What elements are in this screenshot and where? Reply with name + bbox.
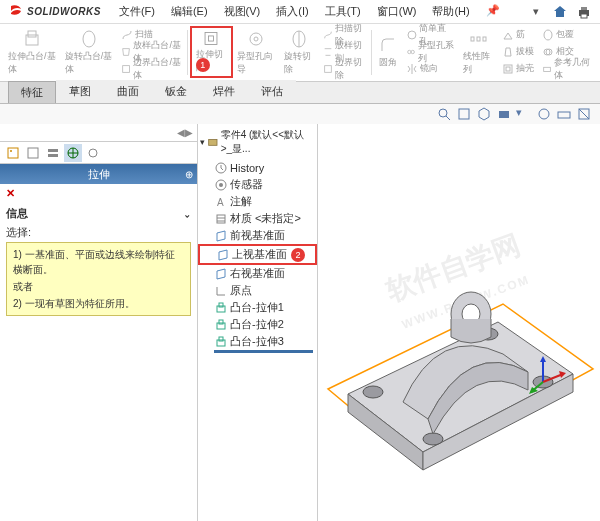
appearance-icon[interactable] [536,106,552,122]
wrap-button[interactable]: 包覆 [538,26,596,43]
panel-flyout-icon[interactable]: ◀▶ [177,127,193,138]
zoom-area-icon[interactable] [456,106,472,122]
tree-right-plane[interactable]: 右视基准面 [198,265,317,282]
menu-file[interactable]: 文件(F) [113,2,161,21]
menu-view[interactable]: 视图(V) [218,2,267,21]
heads-up-toolbar: ▾ [0,104,600,124]
chevron-up-icon[interactable]: ⌃ [183,209,191,219]
svg-rect-17 [471,37,474,41]
new-doc-icon[interactable]: ▾ [528,4,544,20]
draft-button[interactable]: 拔模 [498,43,538,60]
svg-point-26 [439,109,447,117]
property-tab-icon[interactable] [24,144,42,162]
graphics-viewport[interactable]: 软件自学网 WWW.RJZXW.COM [318,124,600,521]
boundary-cut-button[interactable]: 边界切除 [319,60,369,77]
boundary-button[interactable]: 边界凸台/基体 [117,60,185,77]
select-label: 选择: [6,225,191,240]
display-tab-icon[interactable] [84,144,102,162]
zoom-fit-icon[interactable] [436,106,452,122]
svg-rect-43 [209,139,217,145]
tree-sensors[interactable]: 传感器 [198,176,317,193]
svg-rect-1 [581,7,587,10]
menu-pin-icon[interactable]: 📌 [480,2,506,21]
config-tab-icon[interactable] [44,144,62,162]
linear-pattern-button[interactable]: 线性阵列 [459,26,498,78]
svg-point-22 [544,30,552,40]
svg-rect-36 [28,148,38,158]
revolve-boss-label: 旋转凸台/基体 [65,50,114,76]
svg-rect-4 [28,31,36,37]
svg-rect-8 [209,36,214,41]
revolve-boss-button[interactable]: 旋转凸台/基体 [61,26,118,78]
menu-tools[interactable]: 工具(T) [319,2,367,21]
svg-rect-18 [477,37,480,41]
svg-point-46 [219,183,223,187]
ribbon-toolbar: 拉伸凸台/基体 旋转凸台/基体 扫描 放样凸台/基体 边界凸台/基体 拉伸切除 … [0,24,600,82]
refgeo-button[interactable]: 参考几何体 [538,60,596,77]
panel-close-row: ✕ [0,184,197,202]
svg-marker-68 [559,371,566,378]
hole-series-button[interactable]: 异型孔系列 [402,43,460,60]
svg-point-42 [89,149,97,157]
display-style-icon[interactable] [496,106,512,122]
tree-root[interactable]: ▾ 零件4 (默认<<默认>_显... [198,124,317,160]
panel-tab-strip: ◀▶ [0,124,197,142]
tree-history[interactable]: History [198,160,317,176]
svg-rect-29 [499,111,509,118]
close-icon[interactable]: ✕ [6,187,15,200]
extrude-cut-button[interactable]: 拉伸切除 1 [190,26,233,78]
print-icon[interactable] [576,4,592,20]
svg-rect-37 [48,149,58,152]
revolve-cut-label: 旋转切除 [284,50,315,76]
dimxpert-tab-icon[interactable] [64,144,82,162]
tab-sketch[interactable]: 草图 [56,80,104,103]
section-icon[interactable] [576,106,592,122]
view-orientation-icon[interactable] [476,106,492,122]
tree-origin[interactable]: 原点 [198,282,317,299]
tab-features[interactable]: 特征 [8,81,56,103]
menu-edit[interactable]: 编辑(E) [165,2,214,21]
tab-sheetmetal[interactable]: 钣金 [152,80,200,103]
callout-1-icon: 1 [196,58,210,72]
tree-root-label: 零件4 (默认<<默认>_显... [221,128,315,156]
tree-material[interactable]: 材质 <未指定> [198,210,317,227]
title-bar: SOLIDWORKS 文件(F) 编辑(E) 视图(V) 插入(I) 工具(T)… [0,0,600,24]
tree-top-plane[interactable]: 上视基准面2 [198,244,317,265]
svg-rect-31 [558,112,570,118]
rollback-bar[interactable] [214,350,313,353]
scene-icon[interactable] [556,106,572,122]
pin-icon[interactable]: ⊕ [185,169,193,180]
mirror-button[interactable]: 镜向 [402,60,460,77]
panel-icon-row [0,142,197,164]
revolve-cut-button[interactable]: 旋转切除 [280,26,319,78]
info-section: 信息⌃ 选择: 1) 一基准面、平面或边线来绘制特征横断面。 或者 2) 一现有… [0,202,197,320]
home-icon[interactable] [552,4,568,20]
svg-line-33 [579,109,589,119]
tree-extrude1[interactable]: 凸台-拉伸1 [198,299,317,316]
svg-point-59 [363,386,383,398]
hole-wizard-button[interactable]: 异型孔向导 [233,26,280,78]
menu-insert[interactable]: 插入(I) [270,2,314,21]
instruction-or: 或者 [13,279,184,294]
extrude-boss-button[interactable]: 拉伸凸台/基体 [4,26,61,78]
instruction-1: 1) 一基准面、平面或边线来绘制特征横断面。 [13,247,184,277]
tab-weldment[interactable]: 焊件 [200,80,248,103]
tree-annotations[interactable]: A注解 [198,193,317,210]
fillet-button[interactable]: 圆角 [374,26,402,78]
tree-extrude3[interactable]: 凸台-拉伸3 [198,333,317,350]
tree-front-plane[interactable]: 前视基准面 [198,227,317,244]
hide-show-icon[interactable]: ▾ [516,106,532,122]
rib-button[interactable]: 筋 [498,26,538,43]
expand-icon[interactable]: ▾ [200,137,205,147]
menu-window[interactable]: 窗口(W) [371,2,423,21]
tab-surface[interactable]: 曲面 [104,80,152,103]
svg-rect-7 [205,33,217,45]
fillet-label: 圆角 [379,56,397,69]
menu-help[interactable]: 帮助(H) [426,2,475,21]
feature-tree-tab-icon[interactable] [4,144,22,162]
svg-rect-25 [544,67,551,71]
shell-button[interactable]: 抽壳 [498,60,538,77]
svg-rect-2 [581,14,587,18]
tree-extrude2[interactable]: 凸台-拉伸2 [198,316,317,333]
tab-evaluate[interactable]: 评估 [248,80,296,103]
